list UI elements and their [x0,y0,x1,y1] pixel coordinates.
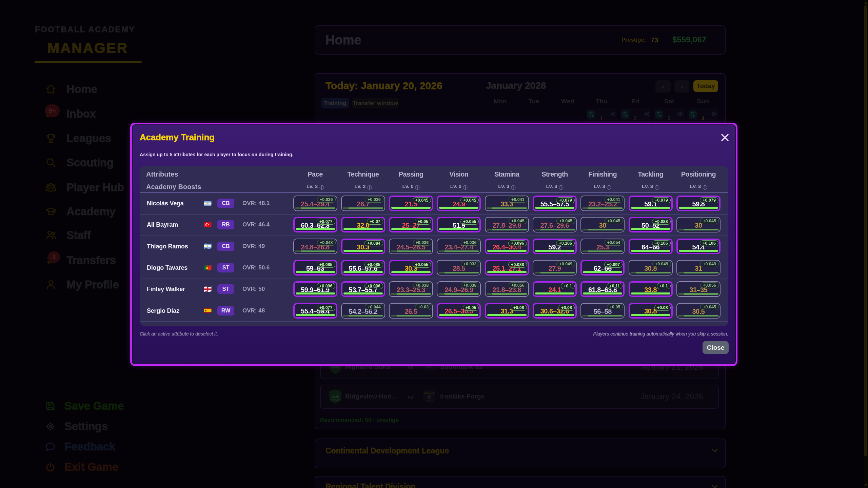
svg-text:RIDGEVIEW: RIDGEVIEW [330,399,341,401]
svg-text:FORGE: FORGE [426,400,433,402]
svg-text:IRONLAKE: IRONLAKE [424,392,434,394]
